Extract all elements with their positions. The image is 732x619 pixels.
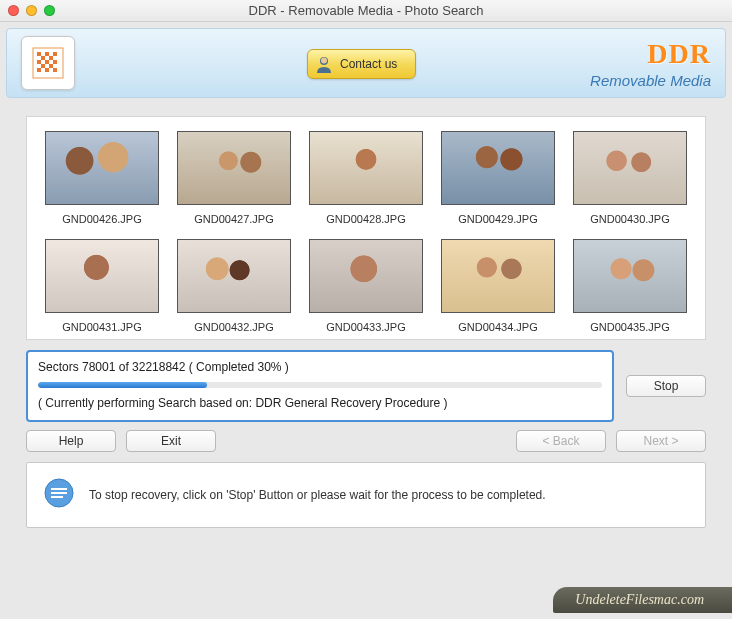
photo-thumbnail[interactable] [45,239,159,313]
app-logo [21,36,75,90]
photo-thumbnail[interactable] [309,239,423,313]
svg-rect-5 [49,56,53,60]
titlebar: DDR - Removable Media - Photo Search [0,0,732,22]
stop-button[interactable]: Stop [626,375,706,397]
progress-row: Sectors 78001 of 32218842 ( Completed 30… [26,350,706,422]
help-button[interactable]: Help [26,430,116,452]
photo-item[interactable]: GND00435.JPG [573,239,687,333]
main-content: GND00426.JPGGND00427.JPGGND00428.JPGGND0… [0,98,732,528]
progress-bar [38,382,602,388]
minimize-window-button[interactable] [26,5,37,16]
back-button: < Back [516,430,606,452]
photo-filename: GND00430.JPG [573,213,687,225]
close-window-button[interactable] [8,5,19,16]
svg-rect-12 [45,68,49,72]
photo-item[interactable]: GND00434.JPG [441,239,555,333]
photo-thumbnail[interactable] [441,239,555,313]
photo-thumbnail[interactable] [177,131,291,205]
svg-rect-10 [49,64,53,68]
photo-results-panel: GND00426.JPGGND00427.JPGGND00428.JPGGND0… [26,116,706,340]
exit-button[interactable]: Exit [126,430,216,452]
header-banner: Contact us DDR Removable Media [6,28,726,98]
photo-item[interactable]: GND00431.JPG [45,239,159,333]
photo-filename: GND00431.JPG [45,321,159,333]
svg-rect-3 [53,52,57,56]
svg-rect-2 [45,52,49,56]
tip-text: To stop recovery, click on 'Stop' Button… [89,488,546,502]
photo-filename: GND00435.JPG [573,321,687,333]
photo-filename: GND00429.JPG [441,213,555,225]
logo-icon [31,46,65,80]
svg-rect-1 [37,52,41,56]
progress-detail-text: ( Currently performing Search based on: … [38,396,602,410]
zoom-window-button[interactable] [44,5,55,16]
photo-filename: GND00426.JPG [45,213,159,225]
brand-name: DDR [590,38,711,70]
info-icon [43,477,75,513]
photo-item[interactable]: GND00426.JPG [45,131,159,225]
svg-rect-13 [53,68,57,72]
svg-rect-8 [53,60,57,64]
photo-filename: GND00427.JPG [177,213,291,225]
svg-rect-9 [41,64,45,68]
photo-item[interactable]: GND00429.JPG [441,131,555,225]
photo-filename: GND00428.JPG [309,213,423,225]
photo-item[interactable]: GND00432.JPG [177,239,291,333]
photo-thumbnail[interactable] [177,239,291,313]
footer-site-tab[interactable]: UndeleteFilesmac.com [553,587,732,613]
photo-filename: GND00434.JPG [441,321,555,333]
svg-rect-4 [41,56,45,60]
photo-filename: GND00432.JPG [177,321,291,333]
nav-button-row: Help Exit < Back Next > [26,430,706,452]
photo-filename: GND00433.JPG [309,321,423,333]
window-controls [8,5,55,16]
photo-grid: GND00426.JPGGND00427.JPGGND00428.JPGGND0… [45,131,687,333]
contact-us-button[interactable]: Contact us [307,49,416,79]
svg-rect-11 [37,68,41,72]
photo-thumbnail[interactable] [45,131,159,205]
progress-panel: Sectors 78001 of 32218842 ( Completed 30… [26,350,614,422]
photo-item[interactable]: GND00427.JPG [177,131,291,225]
brand-subtitle: Removable Media [590,72,711,89]
photo-item[interactable]: GND00428.JPG [309,131,423,225]
contact-us-label: Contact us [340,57,397,71]
tip-panel: To stop recovery, click on 'Stop' Button… [26,462,706,528]
photo-thumbnail[interactable] [309,131,423,205]
progress-status-text: Sectors 78001 of 32218842 ( Completed 30… [38,360,602,374]
next-button: Next > [616,430,706,452]
person-icon [314,54,334,74]
photo-item[interactable]: GND00433.JPG [309,239,423,333]
progress-fill [38,382,207,388]
brand-block: DDR Removable Media [590,38,711,89]
photo-thumbnail[interactable] [573,239,687,313]
svg-rect-7 [45,60,49,64]
svg-rect-6 [37,60,41,64]
photo-item[interactable]: GND00430.JPG [573,131,687,225]
photo-thumbnail[interactable] [441,131,555,205]
window-title: DDR - Removable Media - Photo Search [0,3,732,18]
photo-thumbnail[interactable] [573,131,687,205]
svg-point-15 [321,58,327,64]
